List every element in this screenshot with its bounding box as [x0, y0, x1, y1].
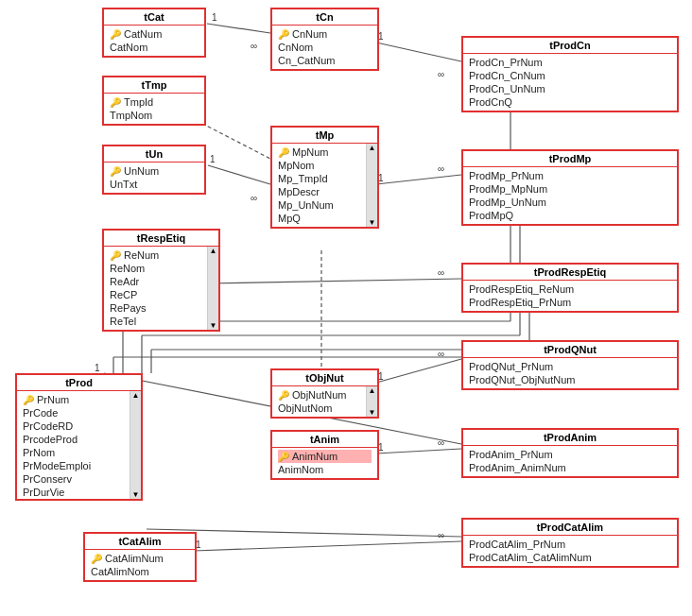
field-row: 🔑 CatNum	[110, 27, 199, 41]
field-name: CnNom	[278, 42, 313, 53]
field-row: Mp_UnNum	[278, 198, 360, 212]
field-row: MpNom	[278, 159, 360, 172]
entity-tMp: tMp 🔑 MpNum MpNom Mp_TmpId MpDescr Mp_Un…	[270, 126, 379, 229]
field-row: 🔑 TmpId	[110, 95, 199, 109]
scroll-down-btn[interactable]: ▼	[367, 218, 377, 227]
field-row: ProdRespEtiq_PrNum	[469, 296, 671, 309]
svg-text:∞: ∞	[438, 69, 444, 79]
field-row: 🔑 CnNum	[278, 27, 372, 41]
entity-tProdCatAlim: tProdCatAlim ProdCatAlim_PrNum ProdCatAl…	[461, 518, 679, 568]
field-name: ProdCn_UnNum	[469, 83, 545, 94]
field-name: ProdCn_PrNum	[469, 57, 543, 68]
field-name: ProdAnim_AnimNum	[469, 462, 566, 473]
svg-line-0	[207, 24, 270, 33]
field-row: AnimNom	[278, 463, 372, 476]
tProdCatAlim-body: ProdCatAlim_PrNum ProdCatAlim_CatAlimNum	[463, 536, 677, 566]
tProdCn-header: tProdCn	[463, 38, 677, 54]
field-row: ProdCn_UnNum	[469, 82, 671, 95]
svg-line-8	[376, 43, 461, 61]
field-row: ProdQNut_PrNum	[469, 360, 671, 373]
tProd-body: 🔑 PrNum PrCode PrCodeRD PrcodeProd PrNom…	[17, 391, 141, 499]
tRespEtiq-header: tRespEtiq	[104, 231, 218, 247]
tProdMp-body: ProdMp_PrNum ProdMp_MpNum ProdMp_UnNum P…	[463, 167, 677, 224]
field-row: PrCodeRD	[23, 419, 124, 433]
key-icon: 🔑	[110, 29, 121, 40]
field-row: 🔑 PrNum	[23, 393, 124, 406]
svg-line-14	[208, 279, 461, 283]
field-name: ProdRespEtiq_ReNum	[469, 283, 574, 295]
tCat-body: 🔑 CatNum CatNom	[104, 26, 204, 56]
field-name: ProdMp_UnNum	[469, 197, 546, 208]
field-name: ProdQNut_PrNum	[469, 361, 553, 372]
svg-text:1: 1	[212, 12, 217, 23]
field-name: ProdCatAlim_CatAlimNum	[469, 552, 592, 563]
scroll-up-btn[interactable]: ▲	[367, 386, 377, 395]
field-name: ProdCatAlim_PrNum	[469, 539, 565, 550]
field-name: CatNom	[110, 42, 147, 53]
entity-tProdQNut: tProdQNut ProdQNut_PrNum ProdQNut_ObjNut…	[461, 340, 679, 390]
field-row: ProdAnim_AnimNum	[469, 461, 671, 474]
field-name: ReTel	[110, 316, 136, 327]
key-icon: 🔑	[110, 97, 121, 108]
svg-text:∞: ∞	[251, 193, 257, 203]
field-name: PrModeEmploi	[23, 460, 91, 471]
svg-line-17	[376, 359, 461, 383]
field-row: ProdMp_PrNum	[469, 169, 671, 182]
tProdRespEtiq-body: ProdRespEtiq_ReNum ProdRespEtiq_PrNum	[463, 281, 677, 311]
diagram-container: 1 ∞ 1 1 ∞ 1 ∞ 1 ∞ 1 ∞ 1 ∞ 1 ∞ 1 ∞	[0, 0, 692, 616]
key-icon: 🔑	[278, 29, 289, 40]
field-row: Mp_TmpId	[278, 172, 360, 185]
field-name: RePays	[110, 302, 147, 314]
svg-line-11	[376, 175, 461, 184]
tMp-header: tMp	[272, 128, 377, 144]
field-row: ReCP	[110, 288, 201, 301]
tCn-body: 🔑 CnNum CnNom Cn_CatNum	[272, 26, 377, 69]
svg-text:1: 1	[95, 363, 100, 373]
field-row: ProdCn_CnNum	[469, 69, 671, 82]
field-row: PrConserv	[23, 472, 124, 486]
field-name: ProdCn_CnNum	[469, 70, 545, 81]
field-name: ObjNutNum	[292, 389, 346, 401]
field-name: CnNum	[292, 28, 327, 40]
field-row: Cn_CatNum	[278, 54, 372, 67]
field-row: CnNom	[278, 41, 372, 54]
field-row: ProdRespEtiq_ReNum	[469, 282, 671, 296]
scroll-up-btn[interactable]: ▲	[367, 144, 377, 152]
entity-tCat: tCat 🔑 CatNum CatNom	[102, 8, 206, 58]
entity-tTmp: tTmp 🔑 TmpId TmpNom	[102, 76, 206, 126]
scroll-up-btn[interactable]: ▲	[208, 247, 218, 255]
field-row: 🔑 CatAlimNum	[91, 552, 189, 565]
field-name: TmpId	[124, 96, 153, 108]
scroll-down-btn[interactable]: ▼	[367, 408, 377, 417]
field-name: MpDescr	[278, 186, 320, 197]
entity-tObjNut: tObjNut 🔑 ObjNutNum ObjNutNom ▲ ▼	[270, 368, 379, 419]
entity-tProdMp: tProdMp ProdMp_PrNum ProdMp_MpNum ProdMp…	[461, 149, 679, 226]
tAnim-header: tAnim	[272, 432, 377, 448]
scroll-down-btn[interactable]: ▼	[208, 321, 218, 330]
field-row: ReAdr	[110, 275, 201, 288]
scroll-down-btn[interactable]: ▼	[130, 490, 141, 499]
field-row: 🔑 ReNum	[110, 248, 201, 262]
field-row: PrDurVie	[23, 486, 124, 497]
field-row: ProdCatAlim_PrNum	[469, 538, 671, 551]
field-row: ProdAnim_PrNum	[469, 448, 671, 461]
field-row: PrcodeProd	[23, 433, 124, 446]
field-name: ProdCnQ	[469, 96, 512, 108]
field-name: CatAlimNom	[91, 566, 149, 577]
field-name: ProdMp_MpNum	[469, 183, 547, 195]
entity-tProdCn: tProdCn ProdCn_PrNum ProdCn_CnNum ProdCn…	[461, 36, 679, 112]
entity-tProdAnim: tProdAnim ProdAnim_PrNum ProdAnim_AnimNu…	[461, 428, 679, 478]
key-icon: 🔑	[110, 166, 121, 177]
tCat-header: tCat	[104, 9, 204, 26]
scroll-up-btn[interactable]: ▲	[130, 391, 141, 400]
entity-tCn: tCn 🔑 CnNum CnNom Cn_CatNum	[270, 8, 379, 71]
key-icon: 🔑	[278, 390, 289, 401]
tObjNut-body: 🔑 ObjNutNum ObjNutNom ▲ ▼	[272, 386, 377, 417]
field-row: MpQ	[278, 212, 360, 225]
field-row: PrModeEmploi	[23, 459, 124, 472]
tObjNut-header: tObjNut	[272, 370, 377, 386]
tProd-header: tProd	[17, 375, 141, 391]
tProdQNut-body: ProdQNut_PrNum ProdQNut_ObjNutNum	[463, 358, 677, 388]
field-row: ProdQNut_ObjNutNum	[469, 373, 671, 386]
field-name: ProdMpQ	[469, 210, 513, 221]
